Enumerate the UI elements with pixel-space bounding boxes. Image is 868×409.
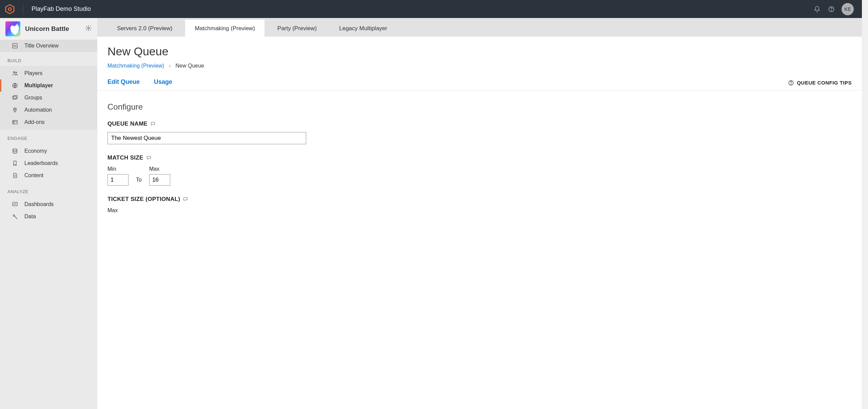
breadcrumb: Matchmaking (Preview) › New Queue	[107, 63, 852, 69]
addons-icon	[12, 119, 18, 125]
main-content: Servers 2.0 (Preview) Matchmaking (Previ…	[97, 18, 862, 409]
sidebar-item-label: Economy	[24, 148, 47, 154]
queue-name-input[interactable]	[107, 132, 306, 144]
sidebar-item-multiplayer[interactable]: Multiplayer	[0, 79, 97, 92]
svg-rect-9	[13, 96, 16, 99]
to-label: To	[136, 177, 142, 186]
title-name[interactable]: Unicorn Battle	[25, 25, 80, 33]
tab-party[interactable]: Party (Preview)	[268, 20, 326, 37]
chevron-right-icon: ›	[169, 63, 171, 69]
tips-label: QUEUE CONFIG TIPS	[797, 80, 852, 86]
max-label: Max	[149, 166, 170, 172]
breadcrumb-parent[interactable]: Matchmaking (Preview)	[107, 63, 164, 69]
title-header: Unicorn Battle	[0, 18, 97, 40]
sidebar-item-label: Groups	[24, 95, 42, 101]
svg-point-7	[16, 72, 17, 73]
svg-marker-0	[6, 4, 14, 13]
configure-heading: Configure	[107, 102, 852, 112]
sidebar-item-groups[interactable]: Groups	[0, 92, 97, 104]
bar-chart-icon	[12, 43, 18, 49]
title-thumbnail[interactable]	[5, 21, 20, 36]
sidebar-item-label: Players	[24, 70, 42, 76]
scrollbar[interactable]	[862, 18, 868, 409]
breadcrumb-current: New Queue	[175, 63, 204, 69]
queue-name-label: QUEUE NAME	[107, 120, 852, 127]
data-icon	[12, 213, 18, 220]
svg-point-19	[791, 84, 791, 84]
svg-point-12	[14, 109, 15, 110]
svg-rect-14	[13, 120, 17, 124]
divider	[23, 4, 23, 14]
svg-point-1	[8, 7, 11, 10]
sidebar-item-overview[interactable]: Title Overview	[0, 40, 97, 52]
tab-servers[interactable]: Servers 2.0 (Preview)	[107, 20, 182, 37]
match-size-label: MATCH SIZE	[107, 154, 852, 161]
svg-point-3	[831, 10, 832, 11]
sidebar-item-label: Title Overview	[24, 43, 59, 49]
help-icon[interactable]	[827, 5, 835, 13]
sidebar-item-label: Add-ons	[24, 119, 45, 125]
svg-point-4	[88, 27, 90, 29]
sidebar-item-players[interactable]: Players	[0, 67, 97, 79]
sidebar-item-dashboards[interactable]: Dashboards	[0, 198, 97, 210]
svg-point-6	[14, 72, 15, 73]
groups-icon	[12, 95, 18, 101]
comment-icon[interactable]	[146, 155, 152, 161]
match-size-min-input[interactable]	[107, 174, 129, 186]
svg-point-15	[13, 149, 17, 150]
sidebar-item-label: Multiplayer	[24, 82, 53, 89]
min-label: Min	[107, 166, 129, 172]
top-bar: PlayFab Demo Studio KE	[0, 0, 868, 18]
bookmark-icon	[12, 160, 18, 166]
document-icon	[12, 172, 18, 179]
sidebar-item-label: Leaderboards	[24, 160, 58, 166]
gear-icon[interactable]	[85, 25, 92, 33]
comment-icon[interactable]	[183, 197, 188, 202]
user-avatar[interactable]: KE	[842, 3, 854, 15]
help-circle-icon	[788, 80, 794, 86]
sidebar-item-label: Content	[24, 172, 43, 179]
notifications-icon[interactable]	[813, 5, 821, 13]
sidebar-item-leaderboards[interactable]: Leaderboards	[0, 157, 97, 169]
sidebar-item-economy[interactable]: Economy	[0, 145, 97, 157]
ticket-max-label: Max	[107, 207, 118, 213]
automation-icon	[12, 107, 18, 113]
svg-rect-10	[14, 95, 17, 98]
sidebar-item-label: Dashboards	[24, 201, 54, 207]
sidebar-item-addons[interactable]: Add-ons	[0, 116, 97, 128]
subtab-usage[interactable]: Usage	[154, 75, 172, 90]
svg-point-13	[15, 109, 16, 110]
comment-icon[interactable]	[150, 121, 156, 127]
sidebar-item-data[interactable]: Data	[0, 210, 97, 223]
svg-rect-11	[14, 108, 16, 111]
section-label-build: BUILD	[0, 52, 97, 66]
sidebar-item-content[interactable]: Content	[0, 169, 97, 182]
sidebar-item-label: Automation	[24, 107, 52, 113]
economy-icon	[12, 148, 18, 154]
subtab-edit-queue[interactable]: Edit Queue	[107, 75, 140, 90]
tab-bar: Servers 2.0 (Preview) Matchmaking (Previ…	[97, 18, 862, 37]
queue-config-tips-button[interactable]: QUEUE CONFIG TIPS	[788, 80, 852, 86]
sidebar: Unicorn Battle Title Overview BUILD Play…	[0, 18, 97, 409]
section-label-engage: ENGAGE	[0, 130, 97, 144]
tab-legacy[interactable]: Legacy Multiplayer	[330, 20, 397, 37]
globe-icon	[12, 82, 18, 89]
players-icon	[12, 70, 18, 76]
studio-name[interactable]: PlayFab Demo Studio	[32, 5, 91, 13]
playfab-logo-icon[interactable]	[5, 4, 15, 14]
sidebar-item-automation[interactable]: Automation	[0, 104, 97, 116]
section-label-analyze: ANALYZE	[0, 183, 97, 197]
page-title: New Queue	[107, 45, 852, 58]
match-size-max-input[interactable]	[149, 174, 170, 186]
sidebar-item-label: Data	[24, 213, 36, 220]
svg-point-17	[13, 215, 15, 217]
tab-matchmaking[interactable]: Matchmaking (Preview)	[185, 20, 264, 37]
dashboard-icon	[12, 201, 18, 207]
ticket-size-label: TICKET SIZE (OPTIONAL)	[107, 196, 852, 203]
